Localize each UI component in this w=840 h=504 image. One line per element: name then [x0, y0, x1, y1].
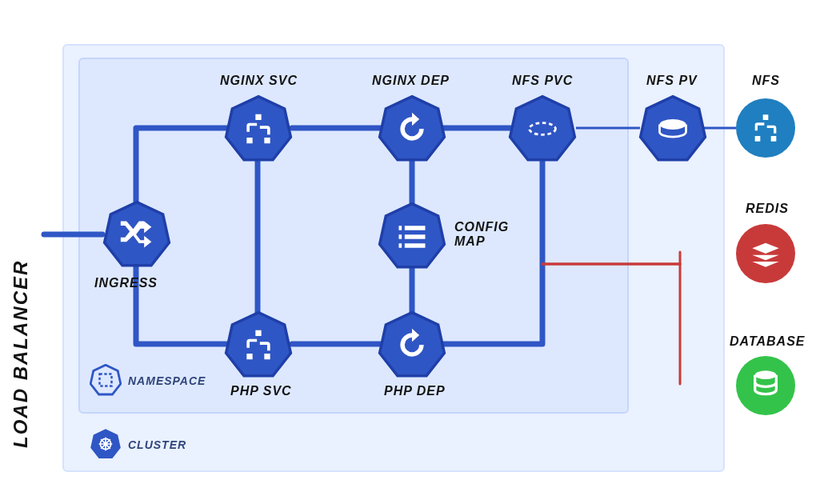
cycle-icon — [394, 111, 430, 146]
sitemap-icon — [750, 112, 782, 144]
nfs-external-node — [736, 98, 795, 158]
sitemap-icon — [241, 327, 276, 362]
nfs-external-label: NFS — [752, 74, 780, 88]
php-dep-node — [378, 310, 446, 379]
configmap-label: CONFIG MAP — [454, 220, 518, 248]
ingress-node — [102, 200, 171, 269]
diagram-stage: LOAD BALANCER INGRESS NGINX SVC — [0, 0, 840, 504]
php-dep-label: PHP DEP — [384, 384, 446, 398]
configmap-node — [378, 202, 446, 270]
helm-wheel-icon — [98, 436, 114, 452]
cluster-legend-icon — [90, 428, 122, 460]
nginx-dep-node — [378, 94, 446, 163]
php-svc-label: PHP SVC — [230, 384, 292, 398]
namespace-legend-label: NAMESPACE — [128, 374, 206, 387]
cluster-legend-label: CLUSTER — [128, 438, 186, 451]
pv-icon — [655, 111, 690, 146]
namespace-legend-icon — [90, 364, 122, 396]
database-label: DATABASE — [730, 334, 806, 349]
cycle-icon — [394, 327, 430, 362]
nfs-pv-label: NFS PV — [646, 74, 698, 88]
redis-icon — [750, 238, 782, 270]
redis-label: REDIS — [746, 202, 789, 216]
redis-node — [736, 224, 795, 283]
nfs-pv-node — [638, 94, 707, 163]
load-balancer-label: LOAD BALANCER — [10, 260, 32, 448]
pvc-icon — [525, 111, 560, 146]
nginx-dep-label: NGINX DEP — [372, 74, 450, 88]
svg-point-3 — [755, 370, 777, 379]
ingress-label: INGRESS — [94, 276, 158, 290]
shuffle-icon — [119, 217, 154, 252]
list-icon — [394, 218, 430, 254]
db-icon — [750, 370, 782, 402]
php-svc-node — [224, 310, 293, 379]
nginx-svc-node — [224, 94, 293, 163]
nginx-svc-label: NGINX SVC — [220, 74, 298, 88]
svg-rect-4 — [100, 374, 112, 386]
svg-point-1 — [530, 123, 556, 135]
sitemap-icon — [241, 111, 276, 146]
dashed-square-icon — [98, 372, 114, 388]
nfs-pvc-node — [508, 94, 577, 163]
nfs-pvc-label: NFS PVC — [512, 74, 573, 88]
database-node — [736, 356, 795, 415]
svg-point-2 — [660, 119, 686, 130]
